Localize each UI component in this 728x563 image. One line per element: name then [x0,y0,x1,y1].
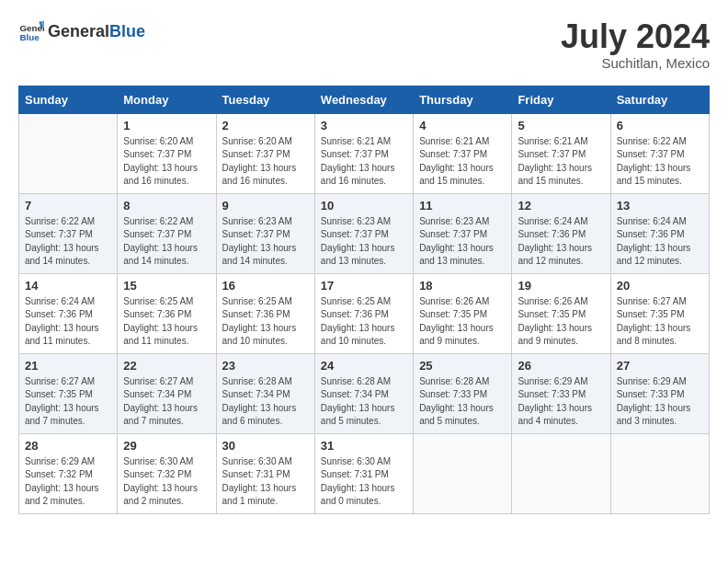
day-number: 11 [419,199,506,213]
day-info: Sunrise: 6:23 AM Sunset: 7:37 PM Dayligh… [222,215,309,269]
table-row: 6Sunrise: 6:22 AM Sunset: 7:37 PM Daylig… [610,113,709,193]
table-row: 7Sunrise: 6:22 AM Sunset: 7:37 PM Daylig… [19,193,118,273]
day-number: 29 [123,439,210,453]
day-number: 27 [617,359,703,373]
day-number: 18 [419,279,506,293]
table-row: 10Sunrise: 6:23 AM Sunset: 7:37 PM Dayli… [314,193,413,273]
calendar-title-block: July 2024 Suchitlan, Mexico [561,18,710,71]
day-number: 17 [321,279,407,293]
logo-general-text: General [48,22,109,41]
table-row: 29Sunrise: 6:30 AM Sunset: 7:32 PM Dayli… [118,433,216,513]
day-info: Sunrise: 6:20 AM Sunset: 7:37 PM Dayligh… [123,135,210,189]
table-row [512,433,610,513]
day-number: 6 [617,119,703,132]
logo-blue-text: Blue [109,22,145,41]
table-row: 13Sunrise: 6:24 AM Sunset: 7:36 PM Dayli… [610,193,709,273]
day-number: 7 [25,199,111,213]
location-subtitle: Suchitlan, Mexico [561,55,710,71]
day-number: 23 [222,359,309,373]
col-tuesday: Tuesday [216,86,314,113]
col-monday: Monday [118,86,216,113]
day-number: 19 [518,279,604,293]
day-info: Sunrise: 6:25 AM Sunset: 7:36 PM Dayligh… [321,295,407,349]
table-row: 23Sunrise: 6:28 AM Sunset: 7:34 PM Dayli… [216,353,314,433]
day-info: Sunrise: 6:29 AM Sunset: 7:32 PM Dayligh… [25,455,111,509]
day-info: Sunrise: 6:30 AM Sunset: 7:31 PM Dayligh… [222,455,309,509]
day-number: 30 [222,439,309,453]
calendar-week-row: 14Sunrise: 6:24 AM Sunset: 7:36 PM Dayli… [19,273,710,353]
day-info: Sunrise: 6:27 AM Sunset: 7:34 PM Dayligh… [123,375,210,429]
table-row: 3Sunrise: 6:21 AM Sunset: 7:37 PM Daylig… [314,113,413,193]
day-number: 22 [123,359,210,373]
day-info: Sunrise: 6:28 AM Sunset: 7:34 PM Dayligh… [222,375,309,429]
day-info: Sunrise: 6:29 AM Sunset: 7:33 PM Dayligh… [617,375,703,429]
calendar-week-row: 1Sunrise: 6:20 AM Sunset: 7:37 PM Daylig… [19,113,710,193]
table-row: 4Sunrise: 6:21 AM Sunset: 7:37 PM Daylig… [414,113,512,193]
day-number: 13 [617,199,703,213]
table-row: 2Sunrise: 6:20 AM Sunset: 7:37 PM Daylig… [216,113,314,193]
day-number: 12 [518,199,604,213]
calendar-week-row: 7Sunrise: 6:22 AM Sunset: 7:37 PM Daylig… [19,193,710,273]
day-info: Sunrise: 6:27 AM Sunset: 7:35 PM Dayligh… [25,375,111,429]
logo: General Blue GeneralBlue [18,18,145,44]
table-row: 1Sunrise: 6:20 AM Sunset: 7:37 PM Daylig… [118,113,216,193]
day-info: Sunrise: 6:20 AM Sunset: 7:37 PM Dayligh… [222,135,309,189]
day-info: Sunrise: 6:24 AM Sunset: 7:36 PM Dayligh… [25,295,111,349]
table-row: 19Sunrise: 6:26 AM Sunset: 7:35 PM Dayli… [512,273,610,353]
day-info: Sunrise: 6:25 AM Sunset: 7:36 PM Dayligh… [123,295,210,349]
table-row: 11Sunrise: 6:23 AM Sunset: 7:37 PM Dayli… [414,193,512,273]
day-number: 8 [123,199,210,213]
table-row: 31Sunrise: 6:30 AM Sunset: 7:31 PM Dayli… [314,433,413,513]
day-info: Sunrise: 6:29 AM Sunset: 7:33 PM Dayligh… [518,375,604,429]
table-row [610,433,709,513]
calendar-week-row: 21Sunrise: 6:27 AM Sunset: 7:35 PM Dayli… [19,353,710,433]
month-year-title: July 2024 [561,18,710,55]
day-info: Sunrise: 6:30 AM Sunset: 7:31 PM Dayligh… [321,455,407,509]
table-row: 5Sunrise: 6:21 AM Sunset: 7:37 PM Daylig… [512,113,610,193]
day-number: 31 [321,439,407,453]
day-number: 20 [617,279,703,293]
day-number: 14 [25,279,111,293]
day-number: 24 [321,359,407,373]
table-row [19,113,118,193]
day-number: 15 [123,279,210,293]
table-row: 8Sunrise: 6:22 AM Sunset: 7:37 PM Daylig… [118,193,216,273]
table-row: 28Sunrise: 6:29 AM Sunset: 7:32 PM Dayli… [19,433,118,513]
day-number: 25 [419,359,506,373]
day-info: Sunrise: 6:24 AM Sunset: 7:36 PM Dayligh… [518,215,604,269]
day-number: 4 [419,119,506,132]
day-info: Sunrise: 6:21 AM Sunset: 7:37 PM Dayligh… [419,135,506,189]
table-row: 17Sunrise: 6:25 AM Sunset: 7:36 PM Dayli… [314,273,413,353]
table-row: 18Sunrise: 6:26 AM Sunset: 7:35 PM Dayli… [414,273,512,353]
day-number: 9 [222,199,309,213]
day-info: Sunrise: 6:23 AM Sunset: 7:37 PM Dayligh… [419,215,506,269]
table-row: 24Sunrise: 6:28 AM Sunset: 7:34 PM Dayli… [314,353,413,433]
day-number: 3 [321,119,407,132]
calendar-table: Sunday Monday Tuesday Wednesday Thursday… [18,86,710,514]
table-row [414,433,512,513]
table-row: 27Sunrise: 6:29 AM Sunset: 7:33 PM Dayli… [610,353,709,433]
day-number: 16 [222,279,309,293]
table-row: 26Sunrise: 6:29 AM Sunset: 7:33 PM Dayli… [512,353,610,433]
col-friday: Friday [512,86,610,113]
day-info: Sunrise: 6:25 AM Sunset: 7:36 PM Dayligh… [222,295,309,349]
day-info: Sunrise: 6:28 AM Sunset: 7:34 PM Dayligh… [321,375,407,429]
day-number: 1 [123,119,210,132]
generalblue-logo-icon: General Blue [18,18,44,44]
table-row: 20Sunrise: 6:27 AM Sunset: 7:35 PM Dayli… [610,273,709,353]
day-info: Sunrise: 6:24 AM Sunset: 7:36 PM Dayligh… [617,215,703,269]
page-header: General Blue GeneralBlue July 2024 Suchi… [18,18,710,71]
table-row: 12Sunrise: 6:24 AM Sunset: 7:36 PM Dayli… [512,193,610,273]
day-info: Sunrise: 6:21 AM Sunset: 7:37 PM Dayligh… [518,135,604,189]
day-number: 26 [518,359,604,373]
table-row: 15Sunrise: 6:25 AM Sunset: 7:36 PM Dayli… [118,273,216,353]
calendar-header-row: Sunday Monday Tuesday Wednesday Thursday… [19,86,710,113]
table-row: 14Sunrise: 6:24 AM Sunset: 7:36 PM Dayli… [19,273,118,353]
col-thursday: Thursday [414,86,512,113]
table-row: 9Sunrise: 6:23 AM Sunset: 7:37 PM Daylig… [216,193,314,273]
day-number: 10 [321,199,407,213]
day-number: 2 [222,119,309,132]
col-wednesday: Wednesday [314,86,413,113]
day-info: Sunrise: 6:22 AM Sunset: 7:37 PM Dayligh… [25,215,111,269]
day-info: Sunrise: 6:26 AM Sunset: 7:35 PM Dayligh… [518,295,604,349]
